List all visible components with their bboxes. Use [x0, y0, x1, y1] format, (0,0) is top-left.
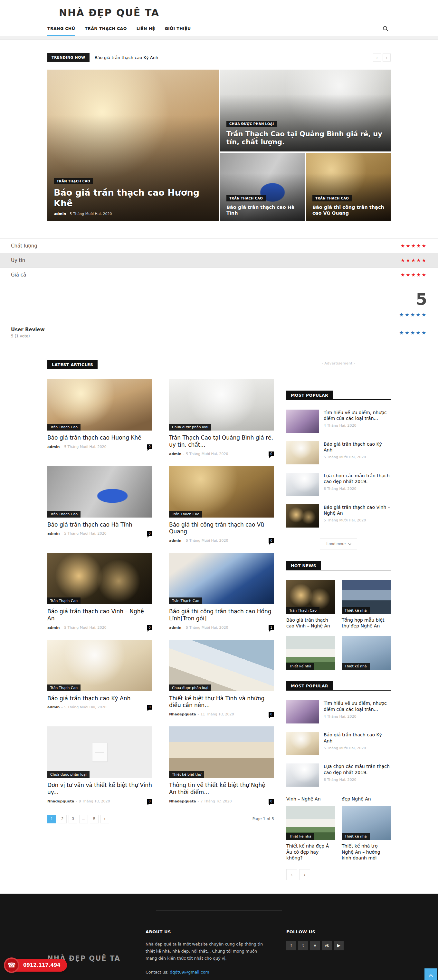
- popular-title[interactable]: Báo giá trần thạch cao Kỳ Anh: [324, 732, 390, 743]
- category-badge[interactable]: Trần Thạch Cao: [48, 424, 81, 431]
- popular-thumbnail[interactable]: [286, 504, 319, 528]
- category-badge[interactable]: TRẦN THẠCH CAO: [226, 195, 266, 201]
- category-badge[interactable]: Thiết kế nhà: [342, 833, 370, 840]
- nav-item-tran-thach-cao[interactable]: TRẦN THẠCH CAO: [85, 23, 127, 36]
- vk-icon[interactable]: vk: [322, 941, 332, 950]
- trending-headline[interactable]: Báo giá trần thạch cao Kỳ Anh: [95, 55, 158, 60]
- article-title[interactable]: Đơn vị tư vấn và thiết kế biệt thự Vinh …: [48, 782, 152, 796]
- comment-count[interactable]: 0: [147, 444, 152, 449]
- page-next-button[interactable]: ›: [100, 815, 109, 823]
- category-badge[interactable]: Trần Thạch Cao: [48, 511, 81, 517]
- hot-news-thumbnail[interactable]: Thiết kế nhà: [286, 636, 335, 670]
- nav-link-gioi-thieu[interactable]: GIỚI THIỆU: [165, 23, 190, 36]
- article-author[interactable]: admin: [48, 625, 60, 630]
- contact-email-link[interactable]: dqdt09@gmail.com: [170, 970, 209, 975]
- design-card-thumbnail[interactable]: Thiết kế nhà: [342, 806, 390, 840]
- hero-tile-article[interactable]: TRẦN THẠCH CAO Báo giá trần thạch cao Hà…: [220, 153, 305, 221]
- article-title[interactable]: Báo giá trần thạch cao Hà Tĩnh: [48, 522, 152, 528]
- category-badge[interactable]: Trần Thạch Cao: [48, 598, 81, 604]
- hot-news-title[interactable]: Tổng hợp mẫu biệt thự đẹp Nghệ An: [342, 617, 390, 629]
- nav-link-tran-thach-cao[interactable]: TRẦN THẠCH CAO: [85, 23, 127, 36]
- vimeo-icon[interactable]: v: [310, 941, 320, 950]
- popular-title[interactable]: Báo giá trần thạch cao Kỳ Anh: [324, 441, 390, 453]
- category-badge[interactable]: Trần Thạch Cao: [169, 511, 202, 517]
- youtube-icon[interactable]: ▶: [334, 941, 344, 950]
- category-badge[interactable]: CHƯA ĐƯỢC PHÂN LOẠI: [226, 121, 277, 127]
- category-badge[interactable]: Chưa được phân loại: [169, 684, 211, 691]
- hero-title[interactable]: Báo giá trần thạch cao Hương Khê: [54, 188, 212, 208]
- hot-news-title[interactable]: Báo giá trần thạch cao Vinh – Nghệ An: [286, 617, 335, 629]
- popular-title[interactable]: Lựa chọn các mẫu trần thạch cao đẹp nhất…: [324, 764, 390, 775]
- search-button[interactable]: [381, 24, 390, 34]
- category-badge[interactable]: Trần Thạch Cao: [286, 607, 319, 614]
- popular-thumbnail[interactable]: [286, 764, 319, 787]
- article-author[interactable]: admin: [169, 452, 181, 456]
- category-badge[interactable]: Thiết kế nhà: [342, 607, 370, 614]
- hot-news-thumbnail[interactable]: Trần Thạch Cao: [286, 580, 335, 614]
- comment-count[interactable]: 0: [268, 712, 274, 717]
- popular-title[interactable]: Báo giá trần thạch cao Vinh – Nghệ An: [324, 504, 390, 516]
- comment-count[interactable]: 0: [147, 625, 152, 630]
- comment-count[interactable]: 0: [268, 799, 274, 804]
- article-title[interactable]: Báo giá trần thạch cao Hương Khê: [48, 434, 152, 442]
- nav-item-home[interactable]: TRANG CHỦ: [48, 23, 75, 36]
- category-badge[interactable]: Thiết kế nhà: [286, 663, 314, 670]
- hero-tile-article[interactable]: CHƯA ĐƯỢC PHÂN LOẠI Trần Thạch Cao tại Q…: [220, 70, 390, 151]
- article-title[interactable]: Trần Thạch Cao tại Quảng Bình giá rẻ, uy…: [169, 434, 274, 449]
- user-star-rating[interactable]: ★★★★★: [399, 330, 427, 336]
- category-badge[interactable]: Chưa được phân loại: [48, 771, 89, 778]
- article-thumbnail[interactable]: Chưa được phân loại: [48, 726, 152, 778]
- comment-count[interactable]: 0: [268, 452, 274, 456]
- comment-count[interactable]: 0: [268, 538, 274, 543]
- nav-item-gioi-thieu[interactable]: GIỚI THIỆU: [165, 23, 190, 36]
- hero-title[interactable]: Trần Thạch Cao tại Quảng Bình giá rẻ, uy…: [226, 130, 384, 146]
- article-thumbnail[interactable]: Trần Thạch Cao: [48, 553, 152, 604]
- page-button-3[interactable]: 3: [68, 815, 77, 823]
- article-author[interactable]: admin: [169, 625, 181, 630]
- popular-thumbnail[interactable]: [286, 441, 319, 465]
- category-badge[interactable]: Chưa được phân loại: [169, 424, 211, 431]
- popular-title[interactable]: Tìm hiểu về ưu điểm, nhược điểm của các …: [324, 410, 390, 421]
- popular-title[interactable]: Tìm hiểu về ưu điểm, nhược điểm của các …: [324, 700, 390, 712]
- nav-link-lien-he[interactable]: LIÊN HỆ: [136, 23, 155, 36]
- article-title[interactable]: Thiết kế biệt thự Hà Tĩnh và những điều …: [169, 695, 274, 709]
- sidebar-next-button[interactable]: ›: [299, 869, 310, 880]
- article-thumbnail[interactable]: Chưa được phân loại: [169, 379, 274, 431]
- article-author[interactable]: admin: [169, 538, 181, 542]
- comment-count[interactable]: 1: [268, 625, 274, 630]
- page-button-5[interactable]: 5: [90, 815, 98, 823]
- page-button-2[interactable]: 2: [58, 815, 67, 823]
- article-title[interactable]: Báo giá thi công trần thạch cao Hồng Lĩn…: [169, 608, 274, 622]
- clipped-title-fragment[interactable]: Vinh – Nghệ An: [286, 796, 335, 802]
- hero-tile-article[interactable]: TRẦN THẠCH CAO Báo giá thi công trần thạ…: [306, 153, 390, 221]
- article-thumbnail[interactable]: Chưa được phân loại: [169, 640, 274, 691]
- phone-widget[interactable]: ☎ 0912.117.494: [5, 959, 67, 972]
- comment-count[interactable]: 0: [147, 531, 152, 536]
- category-badge[interactable]: Thiết kế nhà: [342, 663, 370, 670]
- category-badge[interactable]: TRẦN THẠCH CAO: [313, 195, 352, 201]
- article-thumbnail[interactable]: Trần Thạch Cao: [48, 466, 152, 517]
- article-title[interactable]: Báo giá thi công trần thạch cao Vũ Quang: [169, 522, 274, 536]
- popular-thumbnail[interactable]: [286, 410, 319, 433]
- site-logo[interactable]: NHÀ ĐẸP QUÊ TA: [48, 7, 390, 18]
- article-thumbnail[interactable]: Trần Thạch Cao: [169, 466, 274, 517]
- comment-count[interactable]: 0: [147, 799, 152, 804]
- design-card-title[interactable]: Thiết kế nhà đẹp Á Âu có đẹp hay không?: [286, 843, 335, 861]
- category-badge[interactable]: Thiết kế nhà: [286, 833, 314, 840]
- comment-count[interactable]: 0: [147, 705, 152, 710]
- article-title[interactable]: Thông tin về thiết kế biệt thự Nghệ An t…: [169, 782, 274, 796]
- category-badge[interactable]: Trần Thạch Cao: [169, 598, 202, 604]
- phone-number[interactable]: 0912.117.494: [23, 962, 60, 968]
- category-badge[interactable]: TRẦN THẠCH CAO: [54, 178, 93, 185]
- design-card-title[interactable]: Thiết kế nhà trọ Nghệ An – hướng kinh do…: [342, 843, 390, 861]
- category-badge[interactable]: Trần Thạch Cao: [48, 684, 81, 691]
- trending-prev-button[interactable]: ‹: [373, 54, 381, 62]
- popular-thumbnail[interactable]: [286, 732, 319, 755]
- hero-main-article[interactable]: TRẦN THẠCH CAO Báo giá trần thạch cao Hư…: [48, 70, 219, 221]
- category-badge[interactable]: Thiết kế biệt thự: [169, 771, 204, 778]
- design-card-thumbnail[interactable]: Thiết kế nhà: [286, 806, 335, 840]
- scroll-to-top-button[interactable]: [424, 969, 437, 980]
- article-author[interactable]: admin: [48, 445, 60, 449]
- hero-title[interactable]: Báo giá trần thạch cao Hà Tĩnh: [226, 205, 298, 216]
- page-button-1[interactable]: 1: [48, 815, 56, 823]
